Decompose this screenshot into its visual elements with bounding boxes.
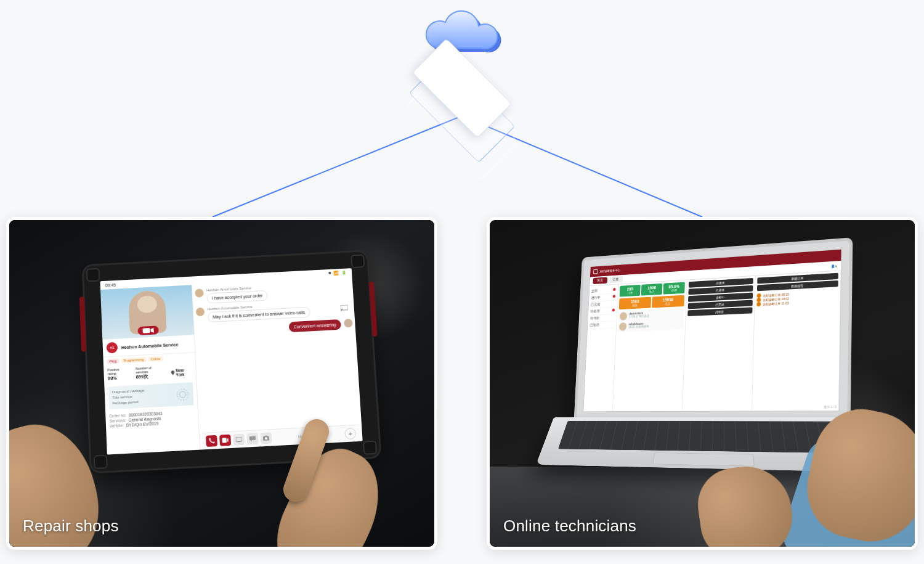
svg-rect-8 [238,441,240,442]
chat-panel: Heshun Automobile ServiceI have accepted… [192,277,363,450]
user-menu-icon[interactable]: 👤 ▾ [830,264,837,268]
nav-item[interactable]: 已取消 [590,321,614,329]
avatar [196,308,205,317]
tablet-device: 09:45 📶🔋 HS Heshun Automobile [82,250,382,473]
status-icons: 📶🔋 [328,270,347,276]
tab-orders[interactable]: 订单 [608,276,623,284]
order-veh-label: Vehicle: [110,423,124,428]
more-button[interactable]: + [344,428,356,439]
app-logo-icon [593,269,598,274]
pagination: 显示 1 / 5 [754,406,837,409]
svg-rect-2 [142,328,150,333]
stamp-icon [176,387,190,401]
online-technicians-caption: Online technicians [503,517,636,536]
chat-message: Heshun Automobile ServiceI have accepted… [195,282,338,304]
tag-b: Programming [121,357,146,363]
user-row[interactable]: rebekhootu16:02 待技师接单 [618,319,684,332]
tag-c: Online [148,356,163,362]
rating-value: 98% [108,375,128,382]
order-no-label: Order no: [109,413,126,418]
chat-button[interactable] [246,433,258,444]
stat-box: 1500收入 [641,284,663,296]
repair-shops-caption: Repair shops [23,517,119,536]
chat-message: Heshun Automobile ServiceMay I ask if it… [196,300,340,323]
svg-point-4 [179,391,186,398]
stat-box: 15930点击 [652,295,684,308]
cloud-platform [400,53,524,96]
shop-logo: HS [107,342,118,354]
camera-button[interactable] [260,432,272,444]
package-card[interactable]: Diagnostic package:This service:Package … [108,382,193,409]
svg-rect-7 [236,437,242,442]
technician-photo [100,285,194,340]
order-svc-label: Services: [110,418,126,423]
cast-icon[interactable] [341,305,349,312]
status-time: 09:45 [105,282,116,287]
tab-home[interactable]: 首页 [593,277,607,284]
tag-a: Prog [107,358,120,364]
svg-rect-6 [222,438,226,443]
repair-shops-card: 09:45 📶🔋 HS Heshun Automobile [6,217,437,550]
video-call-button[interactable] [219,435,231,446]
stat-box: 1563浏览 [619,297,651,310]
avatar [344,319,353,328]
rating-label: Positive rating [107,367,120,375]
cloud-node [376,5,548,128]
shop-location: New York [171,367,193,377]
avatar [195,288,204,297]
services-value: 899次 [136,373,163,380]
app-title: 远程诊断服务中心 [599,268,620,273]
svg-rect-11 [265,436,267,437]
voice-call-button[interactable] [206,435,217,447]
screen-share-button[interactable] [233,434,245,446]
chat-message-own: Convenient answering [288,319,353,332]
online-technicians-card: 远程诊断服务中心 首页 订单 👤 ▾ 全部进行中已完成待处理待付款已取消 235… [487,217,918,550]
video-call-icon[interactable] [137,325,158,335]
svg-point-3 [177,388,188,400]
laptop-screen: 远程诊断服务中心 首页 订单 👤 ▾ 全部进行中已完成待处理待付款已取消 235… [583,249,841,412]
status-column: 待接单已接单诊断中已完成待评价 [683,276,756,411]
stat-box: 235订单 [620,285,641,297]
order-veh-value: BYD/Qin EV/2019 [126,422,159,428]
stat-box: 85.0%好评 [663,282,685,295]
shop-name: Heshun Automobile Service [121,342,179,349]
